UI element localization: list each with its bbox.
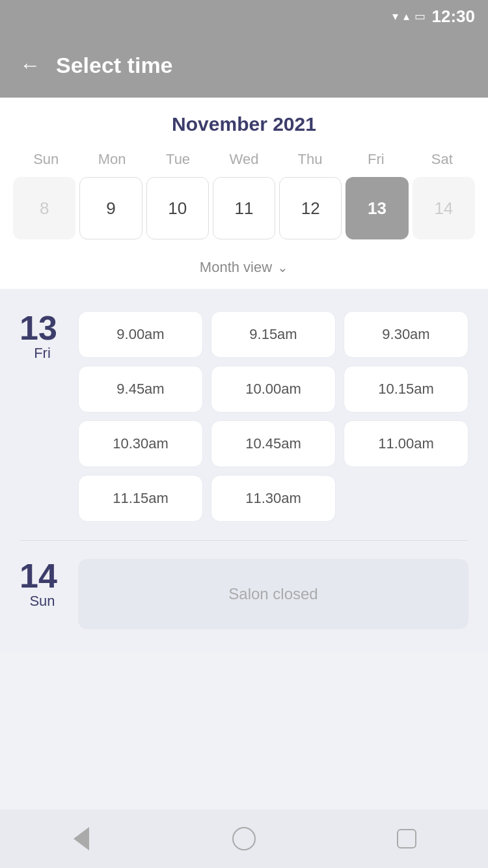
signal-icon: ▴ bbox=[403, 9, 409, 23]
status-bar: ▾ ▴ ▭ 12:30 bbox=[0, 0, 488, 33]
salon-closed-message: Salon closed bbox=[78, 559, 468, 629]
status-time: 12:30 bbox=[432, 7, 476, 27]
time-slot-1000[interactable]: 10.00am bbox=[211, 366, 336, 413]
recents-square-icon bbox=[397, 829, 416, 848]
back-triangle-icon bbox=[74, 827, 89, 850]
month-view-label: Month view bbox=[200, 259, 272, 276]
day-cell-13[interactable]: 13 bbox=[346, 177, 408, 239]
day-header-thu: Thu bbox=[277, 148, 343, 170]
month-view-toggle[interactable]: Month view ⌄ bbox=[13, 250, 475, 289]
day-header-sun: Sun bbox=[13, 148, 79, 170]
nav-recents-button[interactable] bbox=[387, 819, 426, 858]
home-circle-icon bbox=[232, 827, 256, 850]
day-block-13: 13 Fri 9.00am 9.15am 9.30am 9.45am 10.00… bbox=[0, 295, 488, 537]
time-slot-1045[interactable]: 10.45am bbox=[211, 420, 336, 467]
time-slot-900[interactable]: 9.00am bbox=[78, 311, 203, 358]
day-header-sat: Sat bbox=[409, 148, 475, 170]
time-slot-1100[interactable]: 11.00am bbox=[344, 420, 468, 467]
day-label-13: 13 Fri bbox=[20, 311, 65, 362]
day-header-tue: Tue bbox=[145, 148, 211, 170]
day-cell-11[interactable]: 11 bbox=[213, 177, 275, 239]
bottom-navigation bbox=[0, 809, 488, 868]
wifi-icon: ▾ bbox=[392, 9, 398, 23]
day-number-14: 14 bbox=[20, 559, 65, 593]
status-icons: ▾ ▴ ▭ bbox=[392, 9, 426, 23]
day-name-fri: Fri bbox=[20, 345, 65, 362]
time-slot-1030[interactable]: 10.30am bbox=[78, 420, 203, 467]
time-slot-1115[interactable]: 11.15am bbox=[78, 475, 203, 522]
bottom-spacer bbox=[0, 651, 488, 710]
chevron-down-icon: ⌄ bbox=[277, 260, 288, 275]
day-label-14: 14 Sun bbox=[20, 559, 65, 610]
battery-icon: ▭ bbox=[414, 9, 426, 23]
day-header-mon: Mon bbox=[79, 148, 144, 170]
slots-grid-13: 9.00am 9.15am 9.30am 9.45am 10.00am 10.1… bbox=[78, 311, 468, 522]
page-title: Select time bbox=[56, 53, 173, 78]
calendar-week-row: 8 9 10 11 12 13 14 bbox=[13, 177, 475, 250]
nav-home-button[interactable] bbox=[224, 819, 264, 858]
time-slots-section: 13 Fri 9.00am 9.15am 9.30am 9.45am 10.00… bbox=[0, 289, 488, 651]
day-number-13: 13 bbox=[20, 311, 65, 345]
time-slot-930[interactable]: 9.30am bbox=[344, 311, 468, 358]
day-cell-9[interactable]: 9 bbox=[79, 177, 142, 239]
calendar-section: November 2021 Sun Mon Tue Wed Thu Fri Sa… bbox=[0, 98, 488, 289]
back-button[interactable]: ← bbox=[20, 53, 40, 77]
app-header: ← Select time bbox=[0, 33, 488, 98]
day-headers-row: Sun Mon Tue Wed Thu Fri Sat bbox=[13, 148, 475, 170]
time-slot-1130[interactable]: 11.30am bbox=[211, 475, 336, 522]
day-cell-10[interactable]: 10 bbox=[146, 177, 209, 239]
day-header-wed: Wed bbox=[211, 148, 277, 170]
time-slot-945[interactable]: 9.45am bbox=[78, 366, 203, 413]
time-slot-915[interactable]: 9.15am bbox=[211, 311, 336, 358]
time-slot-1015[interactable]: 10.15am bbox=[344, 366, 468, 413]
day-block-14: 14 Sun Salon closed bbox=[0, 543, 488, 645]
day-cell-8: 8 bbox=[13, 177, 75, 239]
day-divider bbox=[20, 540, 468, 541]
day-header-fri: Fri bbox=[343, 148, 409, 170]
month-year-label: November 2021 bbox=[13, 113, 475, 135]
day-name-sun: Sun bbox=[20, 593, 65, 610]
nav-back-button[interactable] bbox=[62, 819, 101, 858]
day-cell-14: 14 bbox=[413, 177, 475, 239]
day-cell-12[interactable]: 12 bbox=[279, 177, 342, 239]
